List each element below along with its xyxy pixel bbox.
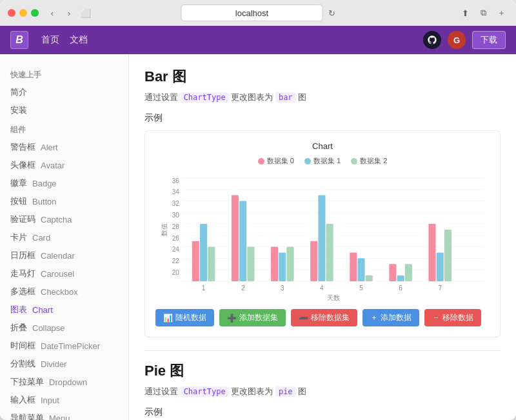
sidebar-item-button[interactable]: 按钮Button xyxy=(0,192,128,210)
svg-text:数值: 数值 xyxy=(161,223,168,236)
url-bar[interactable]: localhost xyxy=(181,5,323,21)
sidebar-item-datetimepicker[interactable]: 时间框DateTimePicker xyxy=(0,337,128,355)
svg-text:6: 6 xyxy=(399,285,402,292)
sidebar-item-chart[interactable]: 图表Chart xyxy=(0,301,128,319)
chart-type-code1: ChartType xyxy=(181,92,229,103)
legend-item-2: 数据集 2 xyxy=(351,156,387,166)
sidebar-item-avatar[interactable]: 头像框Avatar xyxy=(0,156,128,174)
svg-rect-37 xyxy=(357,258,364,281)
svg-text:24: 24 xyxy=(172,246,180,253)
chart-legend: 数据集 0 数据集 1 数据集 2 xyxy=(155,156,490,166)
add-data-label: 添加数据 xyxy=(381,312,412,323)
svg-rect-41 xyxy=(397,275,404,281)
sidebar-item-card[interactable]: 卡片Card xyxy=(0,228,128,246)
app-nav: 首页 文档 xyxy=(41,34,88,46)
legend-label-1: 数据集 1 xyxy=(313,156,341,166)
svg-rect-22 xyxy=(208,247,215,281)
close-button[interactable] xyxy=(8,9,15,17)
forward-button[interactable]: › xyxy=(62,6,76,20)
nav-docs[interactable]: 文档 xyxy=(70,34,88,46)
svg-rect-21 xyxy=(200,224,207,281)
svg-text:34: 34 xyxy=(172,188,180,195)
svg-text:2: 2 xyxy=(241,285,245,292)
remove-dataset-button[interactable]: ➖ 移除数据集 xyxy=(291,309,357,326)
refresh-button[interactable]: ↻ xyxy=(328,8,335,18)
sidebar-item-install[interactable]: 安装 xyxy=(0,101,128,119)
plus-icon[interactable]: ＋ xyxy=(494,6,508,20)
share-icon[interactable]: ⬆ xyxy=(458,6,472,20)
legend-color-2 xyxy=(351,158,357,165)
svg-rect-34 xyxy=(326,224,333,281)
sidebar-item-captcha[interactable]: 验证码Captcha xyxy=(0,210,128,228)
bar-chart-icon: 📊 xyxy=(163,314,173,323)
bar-chart-svg: 36 34 32 30 28 26 24 22 20 数值 xyxy=(155,172,490,301)
sidebar-item-checkbox[interactable]: 多选框Checkbox xyxy=(0,283,128,301)
svg-rect-26 xyxy=(247,247,254,281)
svg-rect-32 xyxy=(310,241,317,281)
bar-section-desc: 通过设置 ChartType 更改图表为 bar 图 xyxy=(144,92,501,103)
add-dataset-button[interactable]: ➕ 添加数据集 xyxy=(219,309,286,326)
legend-item-1: 数据集 1 xyxy=(304,156,341,166)
remove-dataset-icon: ➖ xyxy=(299,314,308,323)
svg-rect-40 xyxy=(389,264,396,281)
svg-rect-25 xyxy=(239,201,246,281)
chart-type-code2: bar xyxy=(275,92,296,103)
svg-rect-30 xyxy=(286,247,293,281)
legend-label-0: 数据集 0 xyxy=(267,156,294,166)
svg-rect-20 xyxy=(192,241,199,281)
example-label: 示例 xyxy=(144,112,501,124)
svg-rect-29 xyxy=(279,252,286,281)
svg-text:20: 20 xyxy=(172,269,180,276)
chart-buttons: 📊 随机数据 ➕ 添加数据集 ➖ 移除数据集 ＋ 添加数据 xyxy=(155,309,490,326)
svg-rect-44 xyxy=(428,224,435,281)
download-button[interactable]: 下载 xyxy=(472,31,506,49)
bar-section-title: Bar 图 xyxy=(144,67,501,86)
sidebar-item-collapse[interactable]: 折叠Collapse xyxy=(0,319,128,337)
svg-text:22: 22 xyxy=(172,257,180,265)
svg-text:26: 26 xyxy=(172,235,180,242)
github-icon[interactable] xyxy=(423,31,441,49)
add-data-icon: ＋ xyxy=(370,312,378,323)
sidebar-item-divider[interactable]: 分割线Divider xyxy=(0,355,128,373)
random-data-button[interactable]: 📊 随机数据 xyxy=(155,309,214,326)
remove-dataset-label: 移除数据集 xyxy=(311,312,350,323)
sidebar-item-alert[interactable]: 警告框Alert xyxy=(0,138,128,156)
svg-rect-24 xyxy=(232,195,239,281)
pie-example-label: 示例 xyxy=(144,406,501,418)
sidebar-item-badge[interactable]: 徽章Badge xyxy=(0,174,128,192)
main-layout: 快速上手 简介 安装 组件 警告框Alert 头像框Avatar 徽章Badge… xyxy=(0,54,516,420)
section-divider xyxy=(144,350,501,351)
remove-data-button[interactable]: － 移除数据 xyxy=(424,309,481,326)
remove-data-icon: － xyxy=(432,312,440,323)
pie-code1: ChartType xyxy=(181,386,229,397)
sidebar-item-carousel[interactable]: 走马灯Carousel xyxy=(0,265,128,283)
url-text: localhost xyxy=(235,8,268,18)
svg-rect-33 xyxy=(318,195,325,281)
add-data-button[interactable]: ＋ 添加数据 xyxy=(362,309,419,326)
svg-text:天数: 天数 xyxy=(327,294,340,301)
minimize-button[interactable] xyxy=(19,9,27,17)
svg-text:7: 7 xyxy=(438,285,442,292)
sidebar-item-menu[interactable]: 导航菜单Menu xyxy=(0,409,128,420)
back-button[interactable]: ‹ xyxy=(45,6,59,20)
gitee-icon[interactable]: G xyxy=(448,31,466,49)
legend-color-1 xyxy=(304,158,311,165)
brand-logo[interactable]: B xyxy=(10,31,28,49)
quick-start-label: 快速上手 xyxy=(0,65,128,83)
titlebar: ‹ › ⬜ localhost ↻ ⬆ ⧉ ＋ xyxy=(0,0,516,26)
sidebar-item-input[interactable]: 输入框Input xyxy=(0,391,128,409)
duplicate-icon[interactable]: ⧉ xyxy=(476,6,490,20)
pie-section-desc: 通过设置 ChartType 更改图表为 pie 图 xyxy=(144,386,501,397)
window-icon[interactable]: ⬜ xyxy=(79,6,93,20)
nav-home[interactable]: 首页 xyxy=(41,34,59,46)
sidebar-item-dropdown[interactable]: 下拉菜单Dropdown xyxy=(0,373,128,391)
random-data-label: 随机数据 xyxy=(175,312,206,323)
svg-rect-36 xyxy=(350,252,357,281)
app-header: B 首页 文档 G 下载 xyxy=(0,26,516,54)
sidebar-item-calendar[interactable]: 日历框Calendar xyxy=(0,246,128,265)
sidebar-item-intro[interactable]: 简介 xyxy=(0,83,128,101)
chart-title: Chart xyxy=(155,141,490,151)
svg-rect-38 xyxy=(366,275,373,281)
maximize-button[interactable] xyxy=(31,9,39,17)
traffic-lights xyxy=(8,9,39,17)
